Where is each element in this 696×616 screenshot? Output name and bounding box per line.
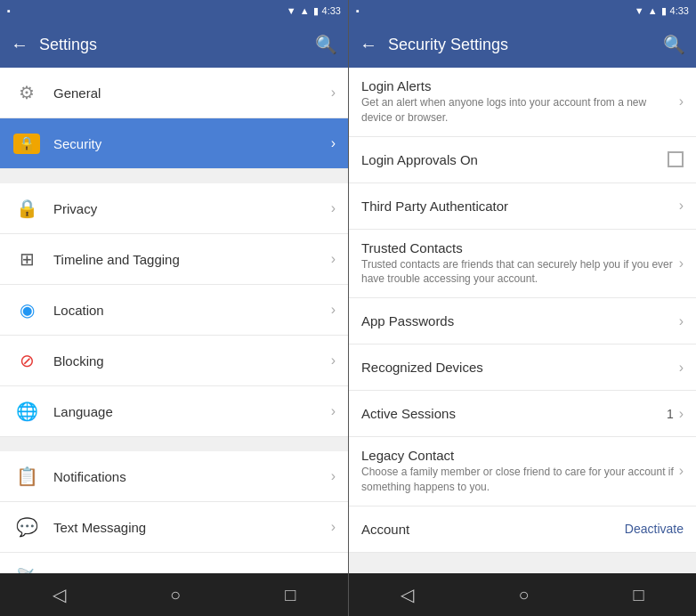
notifications-label: Notifications	[53, 469, 331, 484]
settings-item-security[interactable]: 🔒 Security ›	[0, 118, 348, 169]
blocking-chevron: ›	[331, 353, 336, 369]
active-sessions-content: Active Sessions	[361, 406, 667, 421]
settings-group-2: 🔒 Privacy › ⊞ Timeline and Tagging › ◉ L…	[0, 183, 348, 437]
time-right: 4:33	[670, 5, 689, 16]
sim-icon-right: ▪	[356, 5, 360, 16]
security-search-button[interactable]: 🔍	[663, 34, 685, 55]
active-sessions-count: 1	[667, 407, 674, 421]
settings-top-bar: ← Settings 🔍	[0, 21, 348, 68]
app-passwords-chevron: ›	[679, 313, 684, 329]
followers-icon: 📡	[12, 563, 41, 573]
settings-group-3: 📋 Notifications › 💬 Text Messaging › 📡 F…	[0, 451, 348, 573]
nav-home-button-right[interactable]: ○	[500, 578, 546, 612]
signal-icon: ▼	[287, 5, 296, 16]
login-approvals-content: Login Approvals On	[361, 152, 668, 167]
security-item-recognized-devices[interactable]: Recognized Devices ›	[349, 344, 696, 391]
trusted-contacts-subtitle: Trusted contacts are friends that can se…	[361, 257, 679, 288]
nav-back-button-right[interactable]: ◁	[383, 577, 432, 612]
settings-item-general[interactable]: ⚙ General ›	[0, 68, 348, 118]
third-party-auth-content: Third Party Authenticator	[361, 199, 679, 214]
settings-item-privacy[interactable]: 🔒 Privacy ›	[0, 183, 348, 234]
gap-2	[0, 444, 348, 451]
settings-item-notifications[interactable]: 📋 Notifications ›	[0, 451, 348, 502]
text-messaging-chevron: ›	[331, 519, 336, 535]
nav-recent-button-right[interactable]: □	[615, 578, 661, 612]
settings-item-text-messaging[interactable]: 💬 Text Messaging ›	[0, 502, 348, 553]
privacy-chevron: ›	[331, 200, 336, 216]
security-back-button[interactable]: ←	[360, 35, 377, 55]
trusted-contacts-right: ›	[679, 255, 684, 272]
timeline-icon: ⊞	[12, 245, 41, 273]
notifications-chevron: ›	[331, 468, 336, 484]
login-alerts-content: Login Alerts Get an alert when anyone lo…	[361, 78, 679, 126]
location-chevron: ›	[331, 302, 336, 318]
recognized-devices-right: ›	[679, 360, 684, 376]
third-party-auth-title: Third Party Authenticator	[361, 199, 679, 214]
security-item-active-sessions[interactable]: Active Sessions 1 ›	[349, 391, 696, 437]
security-list: Login Alerts Get an alert when anyone lo…	[349, 68, 696, 573]
recognized-devices-chevron: ›	[679, 360, 684, 376]
active-sessions-chevron: ›	[679, 406, 684, 422]
location-label: Location	[53, 303, 331, 318]
third-party-auth-chevron: ›	[679, 198, 684, 214]
settings-panel: ▪ ▼ ▲ ▮ 4:33 ← Settings 🔍 ⚙ General › 🔒	[0, 0, 348, 616]
time-left: 4:33	[322, 5, 341, 16]
security-title: Security Settings	[388, 36, 652, 54]
language-chevron: ›	[331, 403, 336, 419]
security-item-login-alerts[interactable]: Login Alerts Get an alert when anyone lo…	[349, 68, 696, 137]
wifi-icon-right: ▲	[648, 5, 658, 16]
active-sessions-title: Active Sessions	[361, 406, 667, 421]
privacy-label: Privacy	[53, 201, 331, 216]
legacy-contact-title: Legacy Contact	[361, 448, 679, 463]
nav-recent-button[interactable]: □	[267, 578, 313, 612]
blocking-label: Blocking	[53, 353, 331, 369]
settings-item-blocking[interactable]: ⊘ Blocking ›	[0, 336, 348, 386]
sim-icon: ▪	[7, 5, 11, 16]
third-party-auth-right: ›	[679, 198, 684, 214]
battery-icon-right: ▮	[661, 5, 667, 17]
security-item-app-passwords[interactable]: App Passwords ›	[349, 298, 696, 344]
security-item-login-approvals[interactable]: Login Approvals On	[349, 137, 696, 183]
security-item-trusted-contacts[interactable]: Trusted Contacts Trusted contacts are fr…	[349, 230, 696, 299]
back-button[interactable]: ←	[11, 35, 28, 55]
status-bar-left: ▪ ▼ ▲ ▮ 4:33	[0, 0, 348, 21]
status-bar-right-icons: ▼ ▲ ▮ 4:33	[287, 5, 341, 17]
nav-back-button[interactable]: ◁	[35, 577, 84, 612]
security-item-account[interactable]: Account Deactivate	[349, 507, 696, 553]
security-item-third-party-auth[interactable]: Third Party Authenticator ›	[349, 183, 696, 230]
legacy-contact-chevron: ›	[679, 463, 684, 479]
nav-home-button[interactable]: ○	[152, 578, 198, 612]
active-sessions-right: 1 ›	[667, 406, 684, 422]
legacy-contact-content: Legacy Contact Choose a family member or…	[361, 448, 679, 495]
settings-item-followers[interactable]: 📡 Followers ›	[0, 553, 348, 573]
blocking-icon: ⊘	[12, 346, 41, 375]
recognized-devices-content: Recognized Devices	[361, 360, 679, 375]
privacy-icon: 🔒	[12, 194, 41, 223]
bottom-nav-right: ◁ ○ □	[349, 573, 696, 616]
login-alerts-title: Login Alerts	[361, 78, 679, 93]
language-icon: 🌐	[12, 397, 41, 426]
app-passwords-content: App Passwords	[361, 313, 679, 328]
trusted-contacts-chevron: ›	[679, 255, 684, 272]
status-bar-right: ▪ ▼ ▲ ▮ 4:33	[349, 0, 696, 21]
status-bar-right-left: ▪	[356, 5, 360, 16]
settings-item-timeline[interactable]: ⊞ Timeline and Tagging ›	[0, 234, 348, 285]
location-icon: ◉	[12, 296, 41, 324]
text-messaging-label: Text Messaging	[53, 520, 331, 535]
settings-title: Settings	[39, 36, 304, 54]
settings-group-1: ⚙ General › 🔒 Security ›	[0, 68, 348, 169]
settings-item-language[interactable]: 🌐 Language ›	[0, 386, 348, 437]
login-approvals-checkbox[interactable]	[668, 151, 684, 167]
settings-item-location[interactable]: ◉ Location ›	[0, 285, 348, 336]
recognized-devices-title: Recognized Devices	[361, 360, 679, 375]
timeline-label: Timeline and Tagging	[53, 252, 331, 267]
search-button[interactable]: 🔍	[315, 34, 337, 55]
deactivate-link[interactable]: Deactivate	[625, 522, 684, 536]
trusted-contacts-title: Trusted Contacts	[361, 240, 679, 255]
account-content: Account	[361, 522, 625, 537]
battery-icon: ▮	[313, 5, 319, 17]
wifi-icon: ▲	[300, 5, 310, 16]
security-chevron: ›	[331, 135, 336, 151]
security-item-legacy-contact[interactable]: Legacy Contact Choose a family member or…	[349, 437, 696, 507]
notifications-icon: 📋	[12, 462, 41, 490]
